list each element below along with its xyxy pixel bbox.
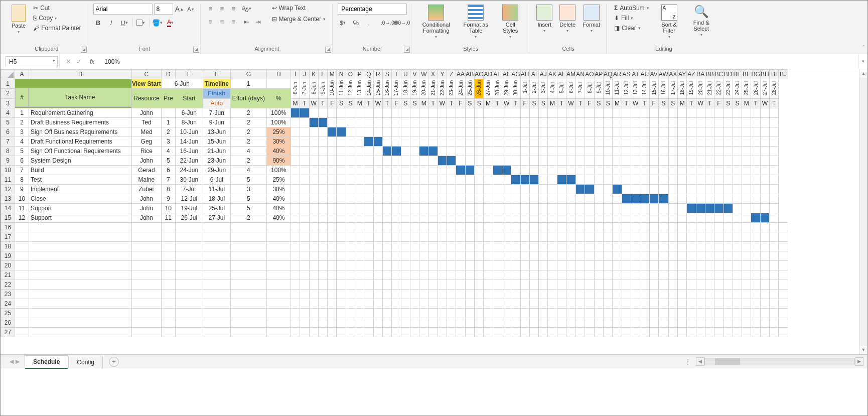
gantt-cell[interactable] (465, 213, 474, 222)
empty-cell[interactable] (382, 308, 391, 318)
empty-cell[interactable] (668, 327, 677, 337)
empty-cell[interactable] (203, 260, 230, 270)
empty-cell[interactable] (484, 289, 493, 299)
gantt-cell[interactable] (337, 175, 346, 184)
empty-cell[interactable] (566, 232, 576, 241)
empty-cell[interactable] (779, 289, 788, 299)
empty-cell[interactable] (401, 308, 410, 318)
gantt-cell[interactable] (465, 156, 474, 165)
gantt-cell[interactable] (410, 165, 419, 175)
gantt-cell[interactable] (714, 146, 724, 156)
gantt-cell[interactable] (337, 108, 346, 117)
col-header[interactable]: AD (484, 70, 493, 79)
gantt-cell[interactable] (337, 213, 346, 222)
gantt-cell[interactable] (484, 165, 493, 175)
align-top-button[interactable]: ≡ (206, 4, 216, 14)
gantt-cell[interactable] (548, 213, 557, 222)
empty-cell[interactable] (779, 241, 788, 251)
empty-cell[interactable] (649, 232, 658, 241)
task-resource[interactable]: John (132, 213, 162, 222)
empty-cell[interactable] (576, 289, 585, 299)
gantt-cell[interactable] (328, 213, 337, 222)
gantt-cell[interactable] (733, 184, 742, 194)
col-header[interactable]: J (300, 70, 309, 79)
gantt-cell[interactable] (576, 165, 585, 175)
gantt-cell[interactable] (382, 136, 391, 146)
date-header[interactable]: 27-Jun (484, 79, 493, 99)
gantt-cell[interactable] (733, 203, 742, 213)
gantt-cell[interactable] (557, 184, 566, 194)
empty-cell[interactable] (502, 327, 511, 337)
gantt-cell[interactable] (419, 117, 428, 127)
gantt-cell[interactable] (364, 108, 373, 117)
align-bottom-button[interactable]: ≡ (229, 4, 239, 14)
gantt-cell[interactable] (742, 194, 751, 203)
col-header[interactable]: I (291, 70, 300, 79)
col-header[interactable]: O (346, 70, 355, 79)
empty-cell[interactable] (266, 232, 291, 241)
empty-cell[interactable] (392, 299, 401, 308)
empty-cell[interactable] (438, 241, 447, 251)
task-percent[interactable]: 100% (266, 165, 291, 175)
gantt-cell[interactable] (539, 203, 548, 213)
gantt-cell[interactable] (493, 213, 502, 222)
sort-filter-button[interactable]: AZSort & Filter▾ (655, 4, 684, 40)
gantt-cell[interactable] (733, 117, 742, 127)
gantt-cell[interactable] (410, 108, 419, 117)
gantt-cell[interactable] (484, 108, 493, 117)
date-header[interactable]: 25-Jun (465, 79, 474, 99)
row-header[interactable]: 6 (1, 127, 15, 136)
gantt-cell[interactable] (419, 194, 428, 203)
empty-cell[interactable] (658, 280, 668, 289)
gantt-cell[interactable] (520, 127, 529, 136)
gantt-cell[interactable] (668, 203, 677, 213)
empty-cell[interactable] (29, 308, 132, 318)
increase-indent-button[interactable]: ⇥ (253, 17, 263, 27)
row-header[interactable]: 12 (1, 184, 15, 194)
empty-cell[interactable] (520, 318, 529, 327)
date-header[interactable]: 16-Jun (382, 79, 391, 99)
gantt-cell[interactable] (419, 203, 428, 213)
empty-cell[interactable] (161, 318, 175, 327)
empty-cell[interactable] (529, 327, 538, 337)
hdr-finish[interactable]: Finish (203, 89, 230, 99)
gantt-cell[interactable] (622, 156, 631, 165)
empty-cell[interactable] (203, 280, 230, 289)
empty-cell[interactable] (132, 308, 162, 318)
select-all-corner[interactable] (1, 70, 15, 79)
col-header[interactable]: AX (668, 70, 677, 79)
gantt-cell[interactable] (438, 165, 447, 175)
task-name[interactable]: System Design (29, 156, 132, 165)
empty-cell[interactable] (382, 222, 391, 232)
empty-cell[interactable] (447, 232, 456, 241)
empty-cell[interactable] (392, 260, 401, 270)
empty-cell[interactable] (631, 327, 640, 337)
task-pre[interactable]: 9 (161, 194, 175, 203)
empty-cell[interactable] (373, 280, 382, 289)
gantt-cell[interactable] (364, 127, 373, 136)
col-header[interactable]: AU (640, 70, 649, 79)
date-header[interactable]: 19-Jul (687, 79, 696, 99)
empty-cell[interactable] (539, 299, 548, 308)
empty-cell[interactable] (631, 289, 640, 299)
empty-cell[interactable] (548, 318, 557, 327)
col-header[interactable]: AH (520, 70, 529, 79)
empty-cell[interactable] (557, 241, 566, 251)
empty-cell[interactable] (175, 260, 203, 270)
empty-cell[interactable] (760, 222, 769, 232)
empty-cell[interactable] (410, 222, 419, 232)
row-header[interactable]: 25 (1, 308, 15, 318)
gantt-cell[interactable] (520, 146, 529, 156)
empty-cell[interactable] (529, 280, 538, 289)
task-resource[interactable]: John (132, 194, 162, 203)
gantt-cell[interactable] (603, 156, 612, 165)
gantt-cell[interactable] (622, 146, 631, 156)
empty-cell[interactable] (566, 260, 576, 270)
gantt-cell[interactable] (456, 213, 465, 222)
empty-cell[interactable] (300, 260, 309, 270)
dow-header[interactable]: T (447, 98, 456, 108)
empty-cell[interactable] (382, 318, 391, 327)
gantt-cell[interactable] (760, 165, 769, 175)
empty-cell[interactable] (668, 251, 677, 260)
col-header[interactable]: P (355, 70, 364, 79)
